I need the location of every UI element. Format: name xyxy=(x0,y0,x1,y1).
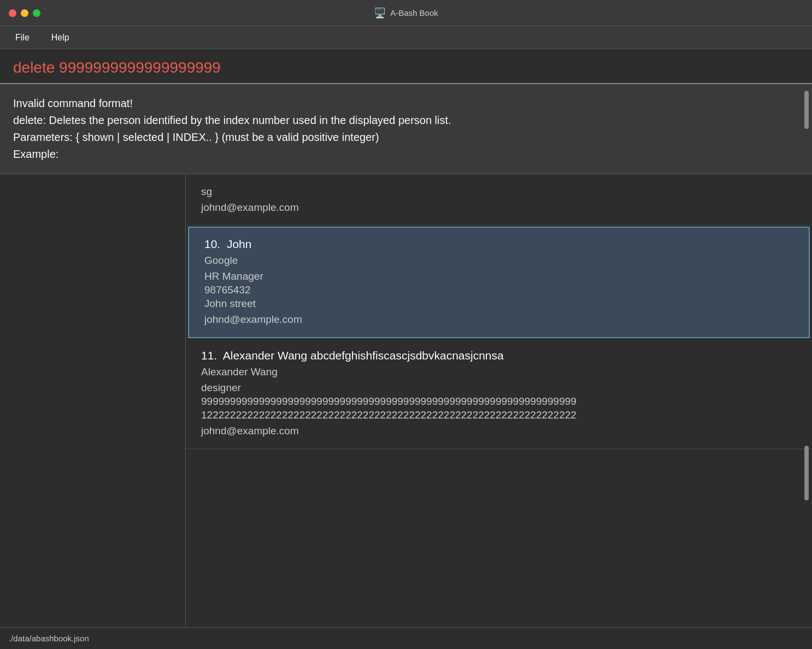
output-text: Invalid command format! delete: Deletes … xyxy=(13,95,799,163)
output-line-2: delete: Deletes the person identified by… xyxy=(13,112,799,129)
output-line-4: Example: xyxy=(13,146,799,163)
person-phone-10: 98765432 xyxy=(204,284,793,296)
output-line-3: Parameters: { shown | selected | INDEX..… xyxy=(13,129,799,146)
person-fullname-11: Alexander Wang abcdefghishfiscascjsdbvka… xyxy=(223,349,504,362)
person-address-10: John street xyxy=(204,296,793,312)
person-role-10: HR Manager xyxy=(204,269,793,285)
command-area xyxy=(0,49,812,84)
output-scrollbar[interactable] xyxy=(804,91,809,129)
app-title: 🖥️ A-Bash Book xyxy=(374,7,438,19)
person-list-panel[interactable]: sg johnd@example.com 10. John Google HR … xyxy=(186,174,812,627)
person-card-10[interactable]: 10. John Google HR Manager 98765432 John… xyxy=(188,227,810,338)
status-bar: ./data/abashbook.json xyxy=(0,627,812,649)
person-index-10: 10. xyxy=(204,238,220,250)
person-card-9[interactable]: sg johnd@example.com xyxy=(186,174,812,226)
right-panel-wrapper: sg johnd@example.com 10. John Google HR … xyxy=(186,174,812,627)
person-name-10: 10. John xyxy=(204,238,793,251)
person-company-11: Alexander Wang xyxy=(201,364,797,380)
status-text: ./data/abashbook.json xyxy=(9,634,89,643)
person-list: sg johnd@example.com 10. John Google HR … xyxy=(186,174,812,449)
person-email-10: johnd@example.com xyxy=(204,312,793,328)
output-panel: Invalid command format! delete: Deletes … xyxy=(0,84,812,174)
app-icon: 🖥️ xyxy=(374,7,386,19)
person-address-11: 1222222222222222222222222222222222222222… xyxy=(201,408,797,423)
person-email-9: johnd@example.com xyxy=(201,200,797,216)
window-controls xyxy=(9,9,40,17)
person-company-10: Google xyxy=(204,253,793,269)
person-fullname-10: John xyxy=(227,238,252,250)
minimize-button[interactable] xyxy=(21,9,28,17)
menu-help[interactable]: Help xyxy=(47,31,74,45)
maximize-button[interactable] xyxy=(33,9,40,17)
person-email-11: johnd@example.com xyxy=(201,423,797,439)
left-panel xyxy=(0,174,186,627)
menu-bar: File Help xyxy=(0,26,812,49)
title-bar: 🖥️ A-Bash Book xyxy=(0,0,812,26)
menu-file[interactable]: File xyxy=(11,31,34,45)
person-index-11: 11. xyxy=(201,349,217,362)
person-card-11[interactable]: 11. Alexander Wang abcdefghishfiscascjsd… xyxy=(186,339,812,449)
command-input[interactable] xyxy=(13,59,799,76)
panels-row: sg johnd@example.com 10. John Google HR … xyxy=(0,174,812,627)
close-button[interactable] xyxy=(9,9,16,17)
app-title-text: A-Bash Book xyxy=(390,8,438,17)
person-name-11: 11. Alexander Wang abcdefghishfiscascjsd… xyxy=(201,349,797,362)
list-scrollbar[interactable] xyxy=(804,446,809,500)
output-line-1: Invalid command format! xyxy=(13,95,799,112)
content-wrapper: Invalid command format! delete: Deletes … xyxy=(0,49,812,627)
person-role-11: designer xyxy=(201,380,797,396)
person-company-9: sg xyxy=(201,184,797,200)
person-phone-11: 9999999999999999999999999999999999999999… xyxy=(201,396,797,408)
